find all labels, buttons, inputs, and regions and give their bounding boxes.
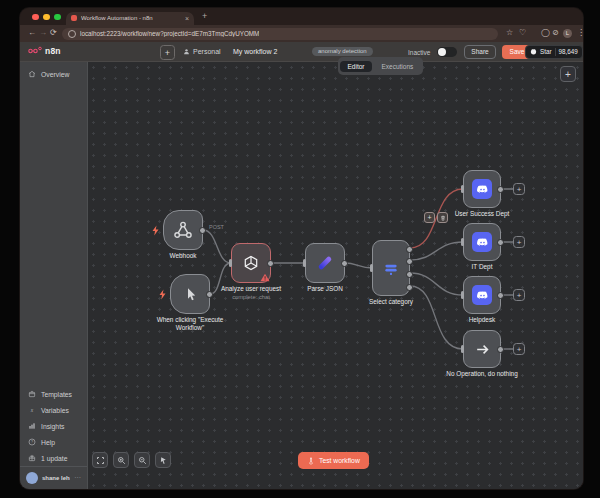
view-tabs: Editor Executions xyxy=(338,57,423,75)
sidebar-item-insights[interactable]: Insights xyxy=(20,418,87,434)
output-port[interactable] xyxy=(267,260,274,267)
input-port[interactable] xyxy=(229,259,232,267)
extensions-icon[interactable]: ◯ xyxy=(541,29,550,37)
output-port-0[interactable] xyxy=(406,246,413,253)
workflow-tag[interactable]: anomaly detection xyxy=(312,47,373,56)
sidebar-item-templates[interactable]: Templates xyxy=(20,386,87,402)
minimize-window-button[interactable] xyxy=(43,14,50,21)
input-port[interactable] xyxy=(461,345,464,353)
tab-editor[interactable]: Editor xyxy=(340,61,373,72)
parse-json-icon xyxy=(315,253,335,273)
person-icon xyxy=(183,48,190,55)
templates-box-icon xyxy=(28,390,36,398)
add-workflow-button[interactable]: + xyxy=(160,45,175,60)
openai-icon xyxy=(242,254,260,272)
browser-window: Workflow Automation - n8n × + ← → ⟳ loca… xyxy=(20,8,583,489)
node-select-category[interactable]: Select category xyxy=(372,240,410,296)
output-port[interactable] xyxy=(497,346,504,353)
maximize-window-button[interactable] xyxy=(54,14,61,21)
output-port[interactable] xyxy=(497,292,504,299)
close-tab-icon[interactable]: × xyxy=(185,15,189,22)
input-port[interactable] xyxy=(461,291,464,299)
zoom-to-fit-button[interactable] xyxy=(92,452,108,468)
profile-avatar[interactable]: L xyxy=(563,29,572,38)
zoom-in-button[interactable] xyxy=(113,452,129,468)
webhook-method-badge: POST xyxy=(209,224,224,230)
active-toggle[interactable] xyxy=(437,47,457,57)
node-parse-json[interactable]: Parse JSON xyxy=(305,243,345,283)
tab-executions[interactable]: Executions xyxy=(373,61,421,72)
add-next-node-button[interactable]: + xyxy=(513,343,525,355)
zoom-out-icon xyxy=(138,456,147,465)
node-it-dept[interactable]: IT Dept xyxy=(463,223,501,261)
svg-text:?: ? xyxy=(31,440,33,444)
node-label: When clicking "Execute Workflow" xyxy=(154,316,226,332)
node-helpdesk[interactable]: Helpdesk xyxy=(463,276,501,314)
tidy-up-button[interactable] xyxy=(155,452,171,468)
user-menu[interactable]: shane lehren ⋯ xyxy=(20,466,87,489)
switch-icon xyxy=(382,259,400,277)
node-webhook[interactable]: POST Webhook xyxy=(163,210,203,250)
node-label: No Operation, do nothing xyxy=(427,370,537,378)
test-workflow-button[interactable]: Test workflow xyxy=(298,452,369,469)
input-port[interactable] xyxy=(370,264,373,272)
add-next-node-button[interactable]: + xyxy=(513,236,525,248)
user-menu-dots-icon[interactable]: ⋯ xyxy=(74,474,81,482)
output-port[interactable] xyxy=(497,186,504,193)
sidebar-item-variables[interactable]: x Variables xyxy=(20,402,87,418)
new-tab-button[interactable]: + xyxy=(202,11,207,21)
browser-tab[interactable]: Workflow Automation - n8n × xyxy=(66,12,194,26)
close-window-button[interactable] xyxy=(32,14,39,21)
sidebar-item-help[interactable]: ? Help xyxy=(20,434,87,450)
node-no-operation[interactable]: No Operation, do nothing xyxy=(463,330,501,368)
back-icon[interactable]: ← xyxy=(28,29,36,37)
input-port[interactable] xyxy=(461,238,464,246)
connection-add-node-button[interactable]: + xyxy=(424,212,435,223)
sidebar-item-updates[interactable]: 1 update xyxy=(20,450,87,466)
output-port[interactable] xyxy=(497,239,504,246)
n8n-logo[interactable]: n8n xyxy=(28,46,61,56)
output-port[interactable] xyxy=(199,227,206,234)
logo-text: n8n xyxy=(45,46,61,56)
connection-delete-button[interactable] xyxy=(437,212,448,223)
github-star-count: 98,649 xyxy=(559,48,578,55)
add-node-button[interactable]: + xyxy=(560,66,576,82)
output-port-2[interactable] xyxy=(406,271,413,278)
output-port-1[interactable] xyxy=(406,258,413,265)
sidebar-spacer xyxy=(20,82,87,386)
url-bar[interactable]: localhost:2223/workflow/new?projectId=dE… xyxy=(62,28,498,40)
add-next-node-button[interactable]: + xyxy=(513,183,525,195)
github-star-widget[interactable]: Star 98,649 xyxy=(525,45,583,59)
input-port[interactable] xyxy=(461,185,464,193)
share-button[interactable]: Share xyxy=(464,45,496,59)
node-analyze-user-request[interactable]: Analyze user request complete: chat xyxy=(231,243,271,283)
user-name: shane lehren xyxy=(42,475,70,481)
forward-icon[interactable]: → xyxy=(39,29,47,37)
trigger-bolt-icon xyxy=(158,289,167,300)
site-info-icon[interactable] xyxy=(68,30,76,38)
zoom-in-icon xyxy=(117,456,126,465)
extension-heart-icon[interactable]: ♡ xyxy=(519,29,526,37)
github-star-label: Star xyxy=(540,48,552,55)
flask-icon xyxy=(307,457,315,465)
node-label: Select category xyxy=(336,298,446,306)
zoom-out-button[interactable] xyxy=(134,452,150,468)
browser-menu-icon[interactable]: ⋮ xyxy=(577,29,583,37)
add-next-node-button[interactable]: + xyxy=(513,289,525,301)
node-label: Helpdesk xyxy=(427,316,537,324)
node-user-success-dept[interactable]: User Success Dept xyxy=(463,170,501,208)
home-icon xyxy=(28,70,36,78)
status-label: Inactive xyxy=(408,49,430,56)
warning-icon xyxy=(260,273,270,282)
input-port[interactable] xyxy=(303,259,306,267)
incognito-icon[interactable]: ⊘ xyxy=(552,29,559,37)
bookmark-icon[interactable]: ☆ xyxy=(506,29,513,37)
breadcrumb-workflow-name[interactable]: My workflow 2 xyxy=(233,48,277,55)
breadcrumb-project[interactable]: Personal xyxy=(183,48,221,55)
refresh-icon[interactable]: ⟳ xyxy=(50,29,57,37)
workflow-canvas[interactable]: Editor Executions + xyxy=(88,62,583,489)
browser-toolbar: ← → ⟳ localhost:2223/workflow/new?projec… xyxy=(20,25,583,42)
output-port-3[interactable] xyxy=(406,284,413,291)
output-port[interactable] xyxy=(341,260,348,267)
sidebar-item-overview[interactable]: Overview xyxy=(20,66,87,82)
